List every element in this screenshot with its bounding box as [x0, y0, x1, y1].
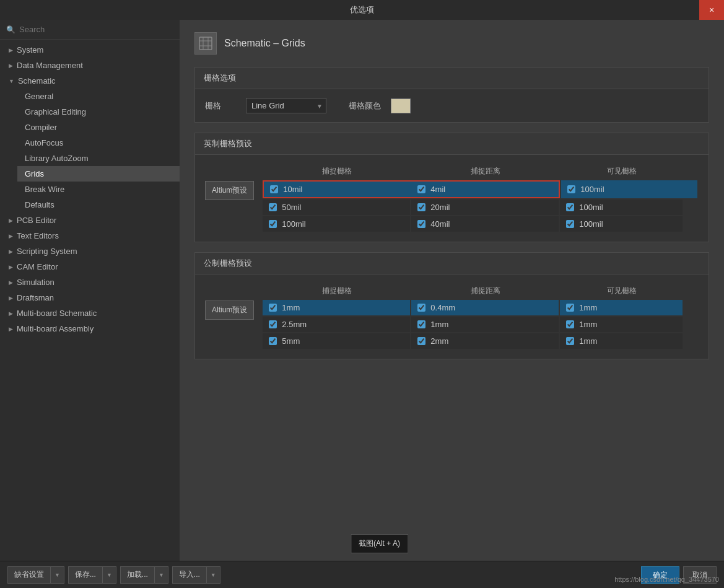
col-header-snap-distance: 捕捉距离 [411, 164, 560, 179]
sidebar-item-autofocus[interactable]: AutoFocus [17, 135, 180, 151]
sidebar-item-data-management[interactable]: ▶ Data Management [0, 58, 180, 73]
imperial-row-1-visible-checkbox[interactable] [567, 185, 575, 193]
grid-options-row: 栅格 Line Grid Dot Grid ▼ 栅格颜色 [205, 98, 699, 113]
default-settings-dropdown[interactable]: ▼ [50, 566, 64, 584]
sidebar-item-compiler[interactable]: Compiler [17, 120, 180, 135]
imperial-row-2-visible-checkbox[interactable] [566, 203, 574, 211]
sidebar-item-multiboard-assembly[interactable]: ▶ Multi-board Assembly [0, 321, 180, 336]
sidebar-item-scripting-system[interactable]: ▶ Scripting System [0, 244, 180, 259]
imperial-row-2-distance-value: 20mil [430, 203, 450, 212]
page-header: Schematic – Grids [194, 32, 709, 55]
metric-row-2-snap-checkbox[interactable] [269, 320, 277, 328]
imperial-row-3-snap-checkbox[interactable] [269, 220, 277, 228]
import-dropdown[interactable]: ▼ [206, 566, 220, 584]
metric-row-2-distance: 1mm [411, 317, 559, 332]
sidebar-item-general[interactable]: General [17, 89, 180, 104]
metric-row-3-snap-value: 5mm [282, 336, 300, 346]
metric-row-1-distance-checkbox[interactable] [417, 304, 425, 312]
imperial-row-2-distance: 20mil [411, 200, 559, 215]
imperial-row-2-snap-checkbox[interactable] [269, 203, 277, 211]
imperial-row-2-snap: 50mil [263, 200, 410, 215]
metric-row-1-snap: 1mm [263, 300, 410, 315]
sidebar-item-graphical-editing[interactable]: Graphical Editing [17, 104, 180, 120]
load-button[interactable]: 加载... [120, 566, 154, 584]
sidebar-item-label: Data Management [17, 61, 83, 70]
sidebar-item-simulation[interactable]: ▶ Simulation [0, 274, 180, 290]
search-icon: 🔍 [6, 25, 15, 34]
imperial-row-1-distance-checkbox[interactable] [417, 185, 425, 193]
imperial-row-1-outlined: 10mil 4mil [263, 180, 560, 198]
window-title: 优选项 [350, 4, 374, 15]
import-button[interactable]: 导入... [172, 566, 206, 584]
metric-row-1-visible-checkbox[interactable] [566, 304, 574, 312]
imperial-row-3-visible-value: 100mil [579, 219, 603, 229]
sidebar-item-label: System [17, 45, 43, 55]
metric-row-3-distance-value: 2mm [430, 336, 448, 346]
sidebar-item-label: Defaults [25, 200, 55, 209]
metric-row-3-snap: 5mm [263, 333, 410, 349]
imperial-table-header: 捕捉栅格 捕捉距离 可见栅格 [263, 164, 699, 179]
search-input[interactable] [19, 25, 173, 34]
grid-options-body: 栅格 Line Grid Dot Grid ▼ 栅格颜色 [195, 89, 709, 122]
default-settings-button[interactable]: 缺省设置 [7, 566, 50, 584]
arrow-icon: ▶ [9, 217, 13, 224]
imperial-preset-button[interactable]: Altium预设 [205, 181, 254, 200]
schematic-children: General Graphical Editing Compiler AutoF… [0, 89, 180, 213]
arrow-icon: ▶ [9, 310, 13, 317]
imperial-row-1-snap-value: 10mil [283, 185, 302, 194]
arrow-icon: ▶ [9, 63, 13, 69]
search-box: 🔍 [0, 20, 180, 40]
sidebar-item-break-wire[interactable]: Break Wire [17, 182, 180, 197]
metric-grid-table: 捕捉栅格 捕捉距离 可见栅格 1mm 0.4 [263, 283, 699, 350]
metric-row-3-snap-checkbox[interactable] [269, 337, 277, 345]
metric-row-2-visible-checkbox[interactable] [566, 320, 574, 328]
content-area: Schematic – Grids 栅格选项 栅格 Line Grid Dot … [180, 20, 724, 561]
close-button[interactable]: × [699, 0, 724, 20]
sidebar-item-label: General [25, 92, 53, 101]
metric-row-3-visible: 1mm [560, 333, 683, 349]
metric-preset-body: Altium预设 捕捉栅格 捕捉距离 可见栅格 1mm [195, 274, 709, 359]
imperial-row-3-visible-checkbox[interactable] [566, 220, 574, 228]
grid-type-select[interactable]: Line Grid Dot Grid [246, 98, 326, 113]
col-header-visible-grid: 可见栅格 [560, 164, 684, 179]
metric-row-1-snap-checkbox[interactable] [269, 304, 277, 312]
metric-row-2-distance-checkbox[interactable] [417, 320, 425, 328]
sidebar-item-library-autozoom[interactable]: Library AutoZoom [17, 151, 180, 166]
imperial-row-1-distance-value: 4mil [430, 185, 445, 194]
metric-row-3-visible-checkbox[interactable] [566, 337, 574, 345]
sidebar-item-multiboard-schematic[interactable]: ▶ Multi-board Schematic [0, 305, 180, 321]
sidebar-item-defaults[interactable]: Defaults [17, 197, 180, 213]
load-dropdown[interactable]: ▼ [154, 566, 168, 584]
imperial-row-3-distance-checkbox[interactable] [417, 220, 425, 228]
sidebar-item-label: Multi-board Schematic [17, 309, 97, 318]
col-header-snap-distance-metric: 捕捉距离 [411, 283, 560, 299]
metric-preset-button[interactable]: Altium预设 [205, 301, 254, 320]
imperial-row-2-visible-value: 100mil [579, 203, 603, 212]
metric-row-3-distance-checkbox[interactable] [417, 337, 425, 345]
imperial-row-2-distance-checkbox[interactable] [417, 203, 425, 211]
title-bar: 优选项 × [0, 0, 724, 20]
sidebar-item-schematic[interactable]: ▼ Schematic [0, 73, 180, 89]
save-button[interactable]: 保存... [68, 566, 102, 584]
grid-options-section: 栅格选项 栅格 Line Grid Dot Grid ▼ 栅格颜色 [194, 67, 709, 123]
imperial-row-3-distance-value: 40mil [430, 219, 450, 229]
sidebar-item-system[interactable]: ▶ System [0, 42, 180, 58]
sidebar-item-label: PCB Editor [17, 216, 56, 225]
sidebar-item-text-editors[interactable]: ▶ Text Editors [0, 228, 180, 244]
sidebar-item-draftsman[interactable]: ▶ Draftsman [0, 290, 180, 305]
imperial-row-1-snap-checkbox[interactable] [270, 185, 278, 193]
sidebar-item-grids[interactable]: Grids [17, 166, 180, 182]
metric-preset-section: 公制栅格预设 Altium预设 捕捉栅格 捕捉距离 可见栅格 [194, 252, 709, 359]
metric-table-wrapper: Altium预设 捕捉栅格 捕捉距离 可见栅格 1mm [205, 283, 699, 350]
imperial-row-2: 50mil 20mil 100mil [263, 200, 699, 215]
metric-row-1-visible-value: 1mm [579, 303, 597, 312]
arrow-icon: ▶ [9, 264, 13, 270]
save-dropdown[interactable]: ▼ [102, 566, 116, 584]
sidebar-item-pcb-editor[interactable]: ▶ PCB Editor [0, 213, 180, 228]
sidebar-item-cam-editor[interactable]: ▶ CAM Editor [0, 259, 180, 274]
grid-color-swatch[interactable] [391, 99, 411, 113]
metric-row-1-distance: 0.4mm [411, 300, 559, 315]
svg-rect-0 [199, 37, 212, 50]
arrow-icon: ▶ [9, 326, 13, 332]
nav-tree: ▶ System ▶ Data Management ▼ Schematic G… [0, 40, 180, 339]
